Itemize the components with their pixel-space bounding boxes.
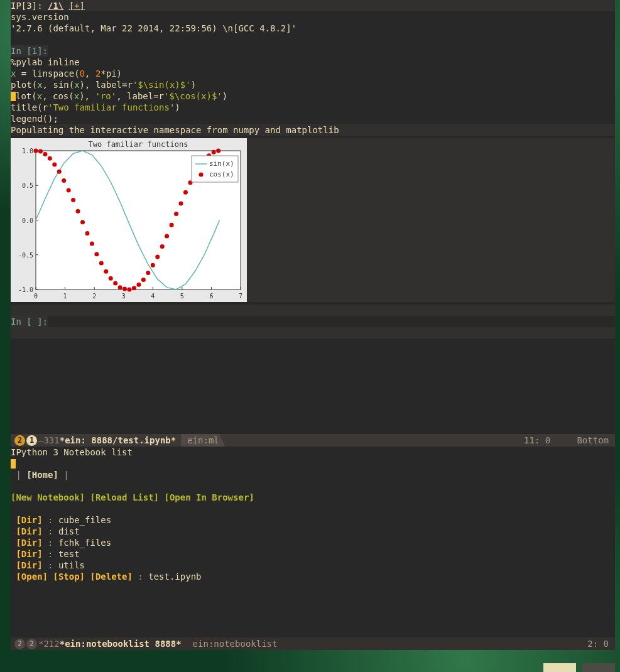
cell-header[interactable]: In [1]: <box>11 45 615 57</box>
svg-point-40 <box>90 242 94 246</box>
svg-point-71 <box>199 173 204 177</box>
svg-point-39 <box>85 231 89 236</box>
svg-point-35 <box>67 188 71 192</box>
notebook-list-title: IPython 3 Notebook list <box>11 447 615 458</box>
dir-name[interactable]: cube_files <box>58 515 111 525</box>
ml-line-num: 331 <box>43 435 59 445</box>
window-badge[interactable]: 2 <box>26 639 37 649</box>
svg-text:0: 0 <box>34 293 38 300</box>
code-line[interactable]: lot(x, cos(x), 'ro', label=r'$\cos(x)$') <box>11 90 615 102</box>
workspace-badge[interactable]: 2 <box>14 435 25 446</box>
svg-text:3: 3 <box>122 293 126 300</box>
tab-active[interactable]: /1\ <box>48 1 63 11</box>
svg-point-32 <box>52 163 57 167</box>
list-item: [Open] [Stop] [Delete] : test.ipynb <box>11 571 615 582</box>
file-name[interactable]: test.ipynb <box>148 572 201 582</box>
svg-text:cos(x): cos(x) <box>209 170 234 178</box>
svg-text:-0.5: -0.5 <box>18 252 33 259</box>
svg-point-36 <box>71 198 75 202</box>
blank-line <box>11 305 615 316</box>
svg-point-41 <box>94 252 99 256</box>
action-row: [New Notebook] [Reload List] [Open In Br… <box>11 492 615 503</box>
dir-link[interactable]: [Dir] <box>16 549 42 559</box>
svg-point-29 <box>38 149 43 154</box>
dir-link[interactable]: [Dir] <box>16 515 42 525</box>
svg-point-66 <box>212 150 216 154</box>
new-notebook-button[interactable]: [New Notebook] <box>11 492 85 502</box>
dir-name[interactable]: test <box>58 549 80 559</box>
svg-text:1: 1 <box>63 293 67 300</box>
blank-line <box>11 327 615 339</box>
mode-line-bottom: 2 2 * 212 *ein:notebooklist 8888* ein:no… <box>11 637 615 650</box>
code-line[interactable]: legend(); <box>11 113 615 124</box>
taskbar-item[interactable] <box>543 663 576 672</box>
mode-line-top: 2 1 – 331 *ein: 8888/test.ipynb* ein:ml … <box>11 434 615 447</box>
cursor-pos: 11: 0 <box>524 435 550 445</box>
svg-point-47 <box>122 286 127 291</box>
svg-text:-1.0: -1.0 <box>18 286 33 293</box>
svg-point-45 <box>113 281 117 286</box>
dir-link[interactable]: [Dir] <box>16 560 42 570</box>
buffer-name[interactable]: *ein:notebooklist 8888* <box>60 639 182 649</box>
svg-point-55 <box>160 244 165 249</box>
svg-point-54 <box>155 255 160 259</box>
buffer-name[interactable]: *ein: 8888/test.ipynb* <box>60 435 176 445</box>
code-line[interactable]: title(r'Two familiar functions') <box>11 102 615 113</box>
svg-point-59 <box>178 201 183 205</box>
svg-point-28 <box>34 149 38 153</box>
svg-point-42 <box>99 261 104 266</box>
blank-line <box>11 480 615 492</box>
cell-header[interactable]: In [ ]: <box>11 316 615 327</box>
list-item: [Dir] : test <box>11 548 615 560</box>
dir-link[interactable]: [Dir] <box>16 526 42 536</box>
workspace-badge[interactable]: 2 <box>14 639 25 649</box>
open-link[interactable]: [Open] <box>16 572 48 582</box>
window-badge[interactable]: 1 <box>26 435 37 446</box>
svg-point-46 <box>118 285 122 290</box>
home-link[interactable]: [Home] <box>26 470 58 480</box>
tab-prefix: IP[3]: <box>11 1 48 11</box>
cursor-line <box>11 458 615 469</box>
list-item: [Dir] : cube_files <box>11 514 615 526</box>
svg-text:0.5: 0.5 <box>22 182 33 189</box>
dir-name[interactable]: utils <box>58 560 85 570</box>
emacs-window: IP[3]: /1\ [+] sys.version '2.7.6 (defau… <box>11 0 615 650</box>
list-item: [Dir] : utils <box>11 560 615 571</box>
tab-add-button[interactable]: [+] <box>69 1 85 11</box>
bottom-pane: IPython 3 Notebook list | [Home] | [New … <box>11 447 615 637</box>
dir-name[interactable]: fchk_files <box>58 538 111 548</box>
output-line: sys.version <box>11 11 615 23</box>
dir-link[interactable]: [Dir] <box>16 538 42 548</box>
stop-link[interactable]: [Stop] <box>53 572 85 582</box>
svg-point-50 <box>136 283 141 287</box>
svg-point-52 <box>146 271 150 275</box>
svg-point-38 <box>80 220 85 224</box>
svg-text:1.0: 1.0 <box>22 148 33 154</box>
cursor <box>11 92 16 101</box>
code-line[interactable]: %pylab inline <box>11 57 615 68</box>
svg-point-53 <box>151 263 155 268</box>
cursor <box>11 459 16 469</box>
svg-point-60 <box>183 190 188 195</box>
list-item: [Dir] : dist <box>11 526 615 537</box>
code-line[interactable]: plot(x, sin(x), label=r'$\sin(x)$') <box>11 79 615 90</box>
output-line: Populating the interactive namespace fro… <box>11 124 615 136</box>
ml-line-num: 212 <box>43 639 59 649</box>
svg-point-67 <box>216 149 220 153</box>
major-mode: ein:ml <box>181 434 226 447</box>
delete-link[interactable]: [Delete] <box>90 572 132 582</box>
svg-text:Two familiar functions: Two familiar functions <box>89 140 188 149</box>
blank-line <box>11 503 615 514</box>
code-line[interactable]: x = linspace(0, 2*pi) <box>11 68 615 79</box>
svg-text:2: 2 <box>92 293 96 300</box>
ml-sep: * <box>38 639 43 649</box>
svg-point-51 <box>141 278 146 282</box>
open-browser-button[interactable]: [Open In Browser] <box>164 492 254 502</box>
ml-sep: – <box>38 435 43 445</box>
svg-point-49 <box>132 286 136 290</box>
reload-button[interactable]: [Reload List] <box>90 492 159 502</box>
svg-text:4: 4 <box>151 293 155 300</box>
output-line: '2.7.6 (default, Mar 22 2014, 22:59:56) … <box>11 23 615 34</box>
blank-line <box>11 34 615 45</box>
dir-name[interactable]: dist <box>58 526 80 536</box>
